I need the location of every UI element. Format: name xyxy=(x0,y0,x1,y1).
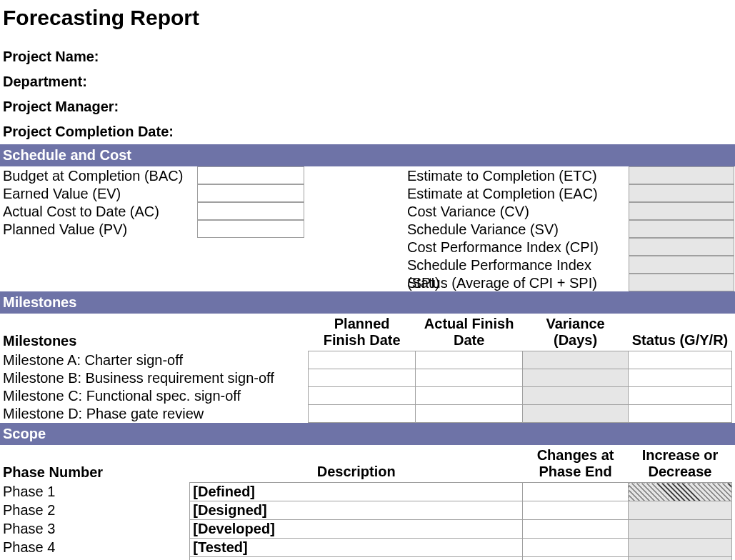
scope-incdec-output xyxy=(629,483,732,501)
cv-label: Cost Variance (CV) xyxy=(404,202,629,220)
milestone-actual-input[interactable] xyxy=(416,369,523,387)
scope-desc-input[interactable]: [Tested] xyxy=(190,539,523,557)
scope-table: Phase Number Description Changes at Phas… xyxy=(0,445,732,560)
scope-desc-input[interactable]: [Designed] xyxy=(190,501,523,520)
milestone-actual-input[interactable] xyxy=(416,387,523,405)
scope-desc-input[interactable]: [Developed] xyxy=(190,520,523,539)
sv-label: Schedule Variance (SV) xyxy=(404,220,629,238)
ac-input[interactable] xyxy=(197,202,304,220)
milestones-col-planned: Planned Finish Date xyxy=(309,314,416,351)
section-header-schedule-cost: Schedule and Cost xyxy=(0,144,735,166)
project-name-label: Project Name: xyxy=(0,44,735,69)
milestone-variance-output xyxy=(523,369,629,387)
ev-label: Earned Value (EV) xyxy=(0,184,197,202)
scope-incdec-output xyxy=(629,501,732,520)
milestone-name: Milestone B: Business requirement sign-o… xyxy=(0,369,309,387)
scope-desc-input[interactable]: [Delivered] xyxy=(190,557,523,561)
scope-phase-label: Phase 1 xyxy=(0,483,190,501)
scope-col-desc: Description xyxy=(190,445,523,483)
table-row: Milestone A: Charter sign-off xyxy=(0,351,732,369)
scope-changes-input[interactable] xyxy=(523,483,629,501)
scope-changes-input[interactable] xyxy=(523,520,629,539)
milestone-name: Milestone C: Functional spec. sign-off xyxy=(0,387,309,405)
sv-output xyxy=(629,220,734,238)
scope-col-incdec: Increase or Decrease xyxy=(629,445,732,483)
milestone-variance-output xyxy=(523,387,629,405)
milestones-table: Milestones Planned Finish Date Actual Fi… xyxy=(0,314,732,423)
milestones-col-actual: Actual Finish Date xyxy=(416,314,523,351)
milestone-status-input[interactable] xyxy=(629,369,732,387)
pv-input[interactable] xyxy=(197,220,304,238)
milestones-col-status: Status (G/Y/R) xyxy=(629,314,732,351)
spi-label: Schedule Performance Index (SPI) xyxy=(404,256,629,274)
status-label: Status (Average of CPI + SPI) xyxy=(404,274,629,291)
cpi-label: Cost Performance Index (CPI) xyxy=(404,238,629,256)
ac-label: Actual Cost to Date (AC) xyxy=(0,202,197,220)
ev-input[interactable] xyxy=(197,184,304,202)
table-row: Phase 4 [Tested] xyxy=(0,539,732,557)
scope-phase-label: Phase 3 xyxy=(0,520,190,539)
table-row: Phase 5 [Delivered] xyxy=(0,557,732,561)
scope-col-changes: Changes at Phase End xyxy=(523,445,629,483)
milestone-variance-output xyxy=(523,351,629,369)
milestone-status-input[interactable] xyxy=(629,351,732,369)
milestone-status-input[interactable] xyxy=(629,405,732,423)
project-completion-date-label: Project Completion Date: xyxy=(0,119,735,144)
report-title: Forecasting Report xyxy=(0,0,735,44)
scope-phase-label: Phase 5 xyxy=(0,557,190,561)
table-row: Milestone D: Phase gate review xyxy=(0,405,732,423)
milestone-actual-input[interactable] xyxy=(416,351,523,369)
table-row: Milestone B: Business requirement sign-o… xyxy=(0,369,732,387)
project-manager-label: Project Manager: xyxy=(0,94,735,119)
status-output xyxy=(629,274,734,291)
pv-label: Planned Value (PV) xyxy=(0,220,197,238)
scope-desc-input[interactable]: [Defined] xyxy=(190,483,523,501)
milestone-planned-input[interactable] xyxy=(309,387,416,405)
bac-label: Budget at Completion (BAC) xyxy=(0,166,197,184)
table-row: Phase 2 [Designed] xyxy=(0,501,732,520)
milestone-planned-input[interactable] xyxy=(309,351,416,369)
table-row: Phase 1 [Defined] xyxy=(0,483,732,501)
table-row: Phase 3 [Developed] xyxy=(0,520,732,539)
milestone-name: Milestone A: Charter sign-off xyxy=(0,351,309,369)
milestones-col-name: Milestones xyxy=(0,314,309,351)
department-label: Department: xyxy=(0,69,735,94)
milestone-status-input[interactable] xyxy=(629,387,732,405)
scope-incdec-output xyxy=(629,520,732,539)
eac-output xyxy=(629,184,734,202)
milestone-name: Milestone D: Phase gate review xyxy=(0,405,309,423)
milestones-col-variance: Variance (Days) xyxy=(523,314,629,351)
spi-output xyxy=(629,256,734,274)
scope-phase-label: Phase 4 xyxy=(0,539,190,557)
etc-output xyxy=(629,166,734,184)
scope-col-phase: Phase Number xyxy=(0,445,190,483)
etc-label: Estimate to Completion (ETC) xyxy=(404,166,629,184)
bac-input[interactable] xyxy=(197,166,304,184)
cpi-output xyxy=(629,238,734,256)
section-header-scope: Scope xyxy=(0,423,735,445)
cv-output xyxy=(629,202,734,220)
table-row: Milestone C: Functional spec. sign-off xyxy=(0,387,732,405)
section-header-milestones: Milestones xyxy=(0,291,735,314)
scope-incdec-output xyxy=(629,539,732,557)
scope-incdec-output xyxy=(629,557,732,561)
milestone-variance-output xyxy=(523,405,629,423)
milestone-planned-input[interactable] xyxy=(309,369,416,387)
milestone-planned-input[interactable] xyxy=(309,405,416,423)
eac-label: Estimate at Completion (EAC) xyxy=(404,184,629,202)
scope-changes-input[interactable] xyxy=(523,557,629,561)
scope-changes-input[interactable] xyxy=(523,539,629,557)
scope-phase-label: Phase 2 xyxy=(0,501,190,520)
milestone-actual-input[interactable] xyxy=(416,405,523,423)
scope-changes-input[interactable] xyxy=(523,501,629,520)
